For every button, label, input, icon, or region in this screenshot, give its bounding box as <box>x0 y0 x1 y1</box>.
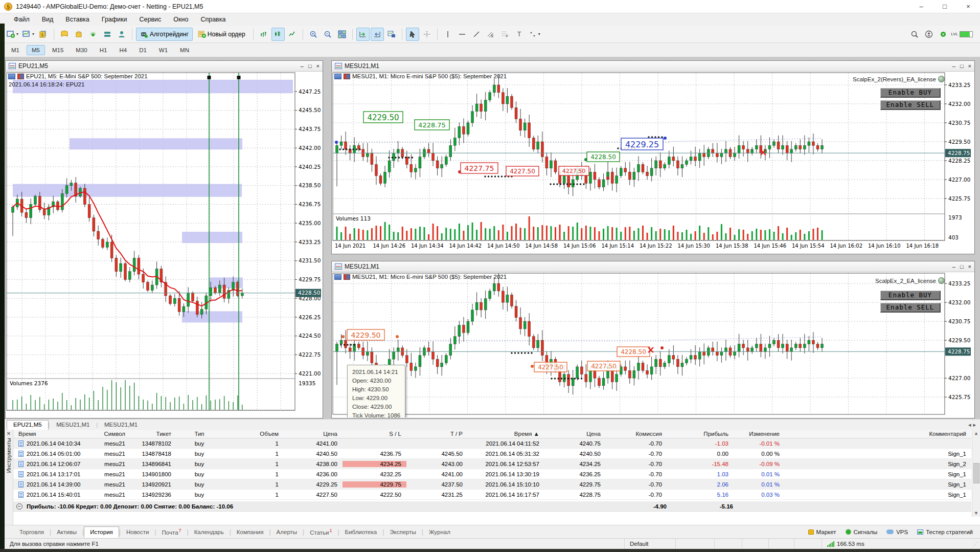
minimize-button[interactable]: – <box>909 0 933 13</box>
bottom-tab-Библиотека[interactable]: Библиотека <box>339 527 383 537</box>
bottom-tab-Почта[interactable]: Почта7 <box>156 526 187 538</box>
scroll-down-icon[interactable]: ▼ <box>974 511 978 516</box>
history-row-1[interactable]: 2021.06.14 05:01:00mesu21134878418buy142… <box>13 449 971 459</box>
chart-maximize-button[interactable]: □ <box>308 63 312 69</box>
connection-status-icon[interactable] <box>937 28 950 41</box>
column-header-2[interactable]: Тикет <box>130 431 176 437</box>
enable-buy-button[interactable]: Enable BUY <box>880 88 941 98</box>
bottom-tab-Эксперты[interactable]: Эксперты <box>384 527 421 537</box>
chart-minimize-button[interactable]: – <box>301 63 304 69</box>
toolbox-close-icon[interactable]: ✕ <box>7 431 11 436</box>
horizontal-line-button[interactable] <box>455 28 469 41</box>
toolbox-side-tab[interactable]: ✕ Инструменты <box>5 430 13 525</box>
scrollbar-thumb[interactable] <box>973 463 979 483</box>
bottom-tab-Журнал[interactable]: Журнал <box>423 527 456 537</box>
text-label-button[interactable]: T <box>513 28 526 41</box>
bottom-tab-Новости[interactable]: Новости <box>121 527 155 537</box>
collapse-icon[interactable]: − <box>16 503 22 510</box>
column-header-1[interactable]: Символ <box>97 431 130 437</box>
trend-line-button[interactable] <box>470 28 483 41</box>
bottom-tab-Статьи[interactable]: Статьи1 <box>304 526 337 538</box>
chart-tab-MESU21,M1-1[interactable]: MESU21,M1 <box>50 420 96 430</box>
timeframe-M15[interactable]: M15 <box>47 45 69 55</box>
chart-minimize-button[interactable]: – <box>952 63 955 69</box>
menu-item-Вид[interactable]: Вид <box>36 14 59 25</box>
chart-window-title-bar[interactable]: MESU21,M1 – □ × <box>332 261 974 272</box>
bottom-button-Тестер стратегий[interactable]: Тестер стратегий <box>917 529 973 535</box>
scroll-up-icon[interactable]: ▲ <box>974 431 978 436</box>
vertical-line-button[interactable] <box>441 28 454 41</box>
timeframe-M1[interactable]: M1 <box>6 45 25 55</box>
crosshair-button[interactable] <box>420 28 434 41</box>
chart-area-mesu21-bottom[interactable]: MESU21, M1: Micro E-mini S&P 500 ($5): S… <box>332 272 974 417</box>
enable-buy-button[interactable]: Enable BUY <box>880 291 941 300</box>
menu-item-Графики[interactable]: Графики <box>96 14 133 25</box>
account-button[interactable] <box>922 28 936 41</box>
history-center-button[interactable] <box>58 28 71 41</box>
chart-close-button[interactable]: × <box>968 263 971 270</box>
new-chart-button[interactable]: ▾ <box>5 28 20 41</box>
timeframe-MN[interactable]: MN <box>175 45 194 55</box>
history-row-4[interactable]: 2021.06.14 14:39:00mesu21134920921buy142… <box>13 479 971 490</box>
chart-template-button[interactable] <box>385 28 398 41</box>
auto-scroll-button[interactable] <box>356 28 370 41</box>
chart-window-mesu21-bottom[interactable]: MESU21,M1 – □ × MESU21, M1: Micro E-mini… <box>331 261 975 418</box>
status-profile[interactable]: Default <box>625 539 676 549</box>
column-header-8[interactable]: Время ▲ <box>468 431 544 437</box>
bottom-tab-Активы[interactable]: Активы <box>51 527 82 537</box>
menu-item-Файл[interactable]: Файл <box>8 14 35 25</box>
maximize-button[interactable]: □ <box>933 0 956 13</box>
chart-window-title-bar[interactable]: EPU21,M5 – □ × <box>6 61 323 72</box>
column-header-3[interactable]: Тип <box>176 431 222 437</box>
chart-maximize-button[interactable]: □ <box>960 263 964 270</box>
bottom-tab-История[interactable]: История <box>84 526 119 538</box>
column-header-0[interactable]: Время <box>13 431 97 437</box>
enable-sell-button[interactable]: Enable SELL <box>880 100 941 110</box>
history-row-0[interactable]: 2021.06.14 04:10:34mesu21134878102buy142… <box>13 438 971 449</box>
menu-item-Сервис[interactable]: Сервис <box>134 14 167 25</box>
chart-canvas-mesu21-bottom[interactable]: 4233.254232.004230.754229.504227.004225.… <box>332 272 973 416</box>
chart-area-epu21[interactable]: EPU21, M5: E-Mini S&P 500: September 202… <box>6 72 323 417</box>
column-header-9[interactable]: Цена <box>544 431 606 437</box>
chart-window-title-bar[interactable]: MESU21,M1 – □ × <box>332 61 974 72</box>
tabs-scroll-left-icon[interactable]: ◂ <box>968 422 971 428</box>
chart-canvas-mesu21-top[interactable]: 4233.254232.004230.754229.504228.254227.… <box>332 72 973 252</box>
market-button[interactable] <box>72 28 85 41</box>
chart-area-mesu21-top[interactable]: MESU21, M1: Micro E-mini S&P 500 ($5): S… <box>332 72 974 253</box>
enable-sell-button[interactable]: Enable SELL <box>880 303 941 313</box>
line-chart-button[interactable] <box>286 28 299 41</box>
timeframe-H4[interactable]: H4 <box>114 45 132 55</box>
timeframe-M5[interactable]: M5 <box>27 45 45 55</box>
chart-window-mesu21-top[interactable]: MESU21,M1 – □ × MESU21, M1: Micro E-mini… <box>331 60 975 254</box>
bottom-button-Сигналы[interactable]: Сигналы <box>846 529 878 535</box>
zoom-in-button[interactable] <box>307 28 320 41</box>
menu-item-Вставка[interactable]: Вставка <box>60 14 95 25</box>
community-button[interactable] <box>115 28 128 41</box>
zoom-out-button[interactable] <box>321 28 334 41</box>
bottom-tab-Календарь[interactable]: Календарь <box>189 527 230 537</box>
chart-canvas-epu21[interactable]: 4247.254245.504243.754242.004240.254238.… <box>6 72 322 416</box>
chart-tab-MESU21,M1-2[interactable]: MESU21,M1 <box>98 420 144 430</box>
column-header-7[interactable]: T / P <box>406 431 468 437</box>
chart-window-epu21[interactable]: EPU21,M5 – □ × EPU21, M5: E-Mini S&P 500… <box>5 60 323 418</box>
menu-item-Справка[interactable]: Справка <box>195 14 231 25</box>
column-header-10[interactable]: Комиссия <box>606 431 667 437</box>
chart-close-button[interactable]: × <box>968 63 971 69</box>
resize-grip[interactable]: ⋰ <box>973 541 978 547</box>
bottom-button-VPS[interactable]: VPS <box>886 529 908 535</box>
cursor-button[interactable] <box>406 28 419 41</box>
equidistant-channel-button[interactable]: E <box>484 28 497 41</box>
algotrading-button[interactable]: Алготрейдинг <box>136 28 193 41</box>
fibonacci-button[interactable]: F <box>498 28 512 41</box>
column-header-12[interactable]: Изменение <box>734 431 785 437</box>
signals-button[interactable] <box>86 28 100 41</box>
chart-tab-EPU21,M5-0[interactable]: EPU21,M5 <box>7 420 49 430</box>
bar-chart-button[interactable] <box>257 28 270 41</box>
timeframe-M30[interactable]: M30 <box>71 45 92 55</box>
timeframe-W1[interactable]: W1 <box>154 45 173 55</box>
arrow-objects-button[interactable]: ▾ <box>527 28 542 41</box>
new-order-button[interactable]: Новый ордер <box>194 28 249 41</box>
history-table-header[interactable]: ВремяСимволТикетТипОбъемЦенаS / LT / PВр… <box>13 430 971 438</box>
column-header-5[interactable]: Цена <box>284 431 343 437</box>
history-row-3[interactable]: 2021.06.14 13:17:01mesu21134901800buy142… <box>13 469 971 479</box>
